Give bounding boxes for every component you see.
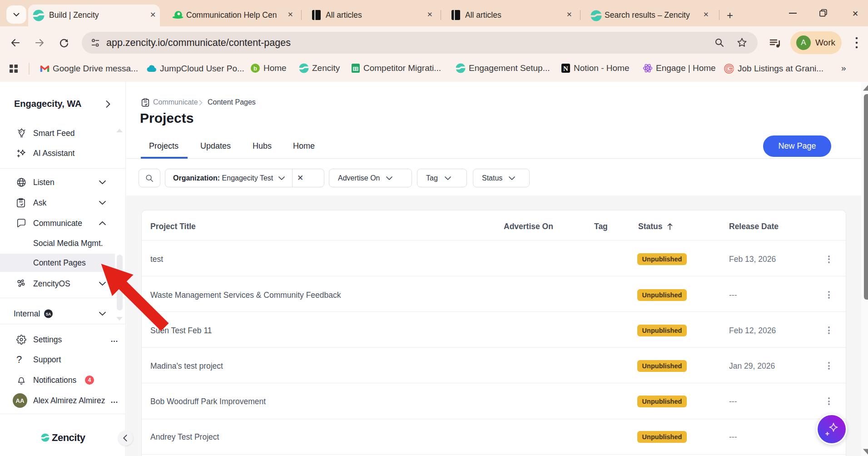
svg-text:N: N [563,65,568,72]
svg-text:b: b [253,65,257,72]
